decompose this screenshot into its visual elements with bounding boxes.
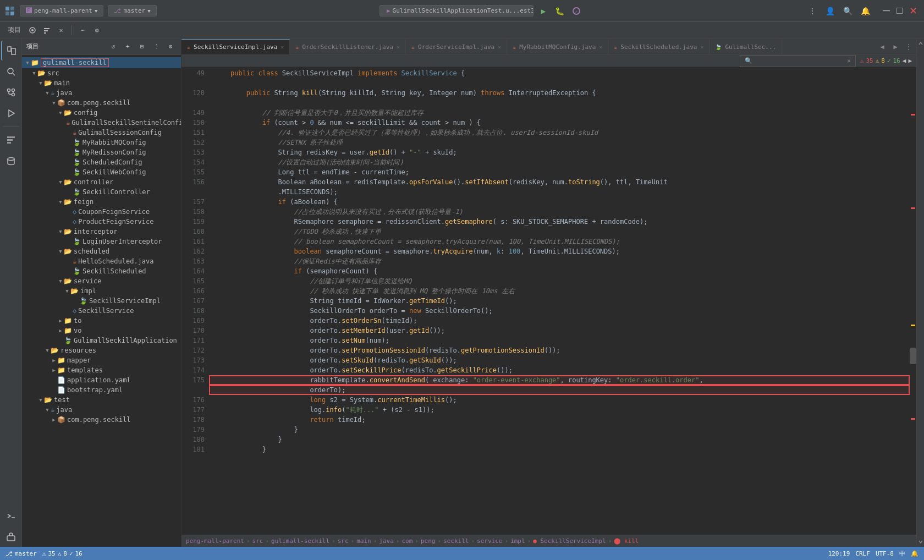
tab-close-seckillserviceimpl[interactable]: ✕ xyxy=(280,44,284,50)
tree-item-vo[interactable]: ▶ 📁 vo xyxy=(22,326,181,336)
sidebar-add-icon[interactable]: + xyxy=(122,41,134,53)
tree-item-interceptor[interactable]: ▼ 📂 interceptor xyxy=(22,227,181,237)
tree-item-bootstrap-yaml[interactable]: 📄 bootstrap.yaml xyxy=(22,385,181,395)
tree-item-app[interactable]: 🍃 GulimallSeckillApplication xyxy=(22,336,181,345)
tab-close-seckillscheduled[interactable]: ✕ xyxy=(700,44,703,50)
search-close-icon[interactable]: ✕ xyxy=(847,57,851,64)
breadcrumb-project[interactable]: peng-mall-parent xyxy=(186,537,244,545)
tree-item-hello[interactable]: ☕ HelloScheduled.java xyxy=(22,256,181,266)
tree-item-impl[interactable]: ▼ 📂 impl xyxy=(22,286,181,296)
scrollbar-thumb[interactable] xyxy=(910,348,916,364)
activity-structure[interactable] xyxy=(1,130,21,150)
tab-gulimallsec[interactable]: 🍃 GulimallSec... xyxy=(710,39,782,54)
close-button[interactable]: ✕ xyxy=(907,5,920,17)
breadcrumb-service[interactable]: service xyxy=(477,537,502,545)
breadcrumb-src2[interactable]: src xyxy=(338,537,349,545)
tabs-scroll-right[interactable]: ▶ xyxy=(890,39,901,54)
tree-item-seckillscheduled[interactable]: 🍃 SeckillScheduled xyxy=(22,266,181,276)
nav-prev[interactable]: ◀ xyxy=(903,57,906,64)
tab-seckillscheduled[interactable]: ☕ SeckillScheduled.java ✕ xyxy=(608,39,710,54)
status-lang[interactable]: 中 xyxy=(899,550,905,558)
tree-item-scheduled[interactable]: ▼ 📂 scheduled xyxy=(22,246,181,256)
tree-item-resources[interactable]: ▼ 📂 resources xyxy=(22,345,181,355)
status-branch[interactable]: ⎇ master xyxy=(6,550,37,557)
tree-item-test[interactable]: ▼ 📂 test xyxy=(22,395,181,405)
activity-find[interactable] xyxy=(1,62,21,81)
tree-item-main[interactable]: ▼ 📂 main xyxy=(22,78,181,88)
gutter-bottom[interactable] xyxy=(917,537,924,547)
sidebar-collapse-icon[interactable]: ⊟ xyxy=(136,41,148,53)
more-actions-button[interactable]: ⋮ xyxy=(806,4,819,18)
activity-run[interactable] xyxy=(1,103,21,123)
profile-button[interactable]: 👤 xyxy=(823,4,837,18)
breadcrumb-com[interactable]: com xyxy=(402,537,413,545)
maximize-button[interactable]: □ xyxy=(894,5,905,17)
settings-bell-button[interactable]: 🔔 xyxy=(859,4,872,18)
settings-icon[interactable]: ⚙ xyxy=(91,24,103,36)
activity-terminal[interactable] xyxy=(1,506,21,526)
status-errors[interactable]: ⚠ 35 △ 8 ✓ 16 xyxy=(42,550,82,557)
tree-item-sentinel[interactable]: ☕ GulimallSeckillSentinelConfig.java xyxy=(22,118,181,128)
breadcrumb-src[interactable]: src xyxy=(252,537,263,545)
tab-close-orderseckilllistener[interactable]: ✕ xyxy=(397,44,400,50)
search-bar[interactable]: 🔍 ✕ xyxy=(740,55,856,67)
tree-item-controller[interactable]: ▼ 📂 controller xyxy=(22,177,181,187)
breadcrumb-peng[interactable]: peng xyxy=(421,537,436,545)
status-crlf[interactable]: CRLF xyxy=(855,550,870,558)
close-sidebar-icon[interactable]: ✕ xyxy=(55,24,67,36)
status-charset[interactable]: UTF-8 xyxy=(876,550,894,558)
status-notifications[interactable]: 🔔 xyxy=(911,550,919,558)
more-options-icon[interactable]: ⋯ xyxy=(76,24,89,36)
tree-item-config[interactable]: ▼ 📂 config xyxy=(22,108,181,118)
tree-item-webconfig[interactable]: 🍃 SeckillWebConfig xyxy=(22,167,181,177)
breadcrumb-module[interactable]: gulimall-seckill xyxy=(271,537,329,545)
breadcrumb-impl[interactable]: impl xyxy=(510,537,525,545)
sidebar-settings-icon[interactable]: ⚙ xyxy=(164,41,177,53)
tree-item-scheduledconfig[interactable]: 🍃 ScheduledConfig xyxy=(22,157,181,167)
code-area[interactable]: public class SeckillServiceImpl implemen… xyxy=(209,67,910,535)
inline-search-input[interactable] xyxy=(756,57,844,65)
tree-item-test-package[interactable]: ▶ 📦 com.peng.seckill xyxy=(22,415,181,425)
tab-orderseckilllistener[interactable]: ☕ OrderSeckillListener.java ✕ xyxy=(290,39,406,54)
status-position[interactable]: 120:19 xyxy=(828,550,850,558)
activity-git[interactable] xyxy=(1,83,21,102)
sidebar-sync-icon[interactable]: ↺ xyxy=(107,41,119,53)
tree-item-rabbitmq[interactable]: 🍃 MyRabbitMQConfig xyxy=(22,138,181,147)
tree-item-redisson[interactable]: 🍃 MyRedissonConfig xyxy=(22,147,181,157)
run-config[interactable]: ▶ GulimallSeckillApplicationTest.u...est… xyxy=(380,5,534,17)
breadcrumb-method[interactable]: ⬤ kill xyxy=(614,537,639,545)
breadcrumb-seckill[interactable]: seckill xyxy=(443,537,469,545)
search-button[interactable]: 🔍 xyxy=(841,4,854,18)
debug-button[interactable]: 🐛 xyxy=(553,4,566,18)
tab-myrabbit[interactable]: ☕ MyRabbitMQConfig.java ✕ xyxy=(507,39,608,54)
tabs-scroll-left[interactable]: ◀ xyxy=(877,39,888,54)
breadcrumb-class[interactable]: ● SeckillServiceImpl xyxy=(533,537,606,545)
tree-item-seckillservice[interactable]: ◇ SeckillService xyxy=(22,306,181,316)
scope-icon[interactable] xyxy=(26,24,38,36)
tabs-more[interactable]: ⋮ xyxy=(903,39,914,54)
tree-item-src[interactable]: ▼ 📂 src xyxy=(22,68,181,78)
activity-notifications[interactable] xyxy=(1,527,21,547)
sidebar-more-icon[interactable]: ⋮ xyxy=(150,41,162,53)
activity-explorer[interactable] xyxy=(1,41,21,61)
tree-item-product[interactable]: ◇ ProductFeignService xyxy=(22,217,181,227)
tree-item-application-yaml[interactable]: 📄 application.yaml xyxy=(22,375,181,385)
minimize-button[interactable]: ─ xyxy=(881,5,892,17)
collapse-all-icon[interactable] xyxy=(41,24,53,36)
tab-seckillserviceimpl[interactable]: ☕ SeckillServiceImpl.java ✕ xyxy=(182,39,290,54)
breadcrumb-main[interactable]: main xyxy=(356,537,371,545)
tree-item-seckillcontroller[interactable]: 🍃 SeckillController xyxy=(22,187,181,197)
tree-item-java[interactable]: ▼ ☕ java xyxy=(22,88,181,98)
tree-item-service[interactable]: ▼ 📂 service xyxy=(22,276,181,286)
tree-item-seckillserviceimpl[interactable]: 🍃 SeckillServiceImpl xyxy=(22,296,181,306)
activity-database[interactable] xyxy=(1,151,21,171)
project-button[interactable]: 🅿 peng-mall-parent ▼ xyxy=(20,5,103,17)
tab-close-orderserviceimpl[interactable]: ✕ xyxy=(498,44,501,50)
nav-next[interactable]: ▶ xyxy=(908,57,912,64)
tree-item-feign[interactable]: ▼ 📂 feign xyxy=(22,197,181,207)
tree-item-templates[interactable]: ▶ 📁 templates xyxy=(22,365,181,375)
run-coverage-button[interactable]: ✓ xyxy=(570,4,583,18)
tree-item-session[interactable]: ☕ GulimallSessionConfig xyxy=(22,128,181,138)
tree-item-package[interactable]: ▼ 📦 com.peng.seckill xyxy=(22,98,181,108)
tree-item-coupon[interactable]: ◇ CouponFeignService xyxy=(22,207,181,217)
